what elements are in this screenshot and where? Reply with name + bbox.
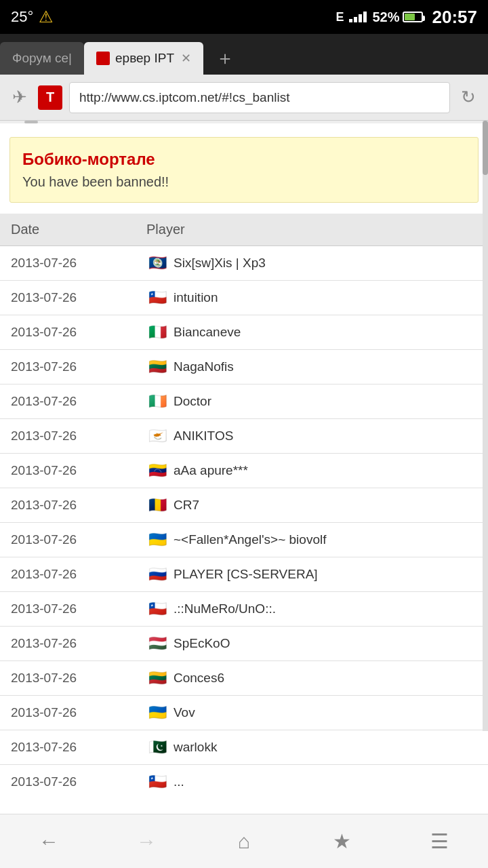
flag-icon: 🇱🇹: [146, 359, 168, 374]
cell-player: 🇺🇦~<Fallen*Angel's>~ biovolf: [136, 523, 488, 557]
cell-player: 🇮🇪Doctor: [136, 384, 488, 419]
player-cell: 🇨🇱...: [146, 774, 477, 789]
scrollbar-thumb[interactable]: [483, 121, 488, 175]
cell-player: 🇹🇩CR7: [136, 488, 488, 523]
site-favicon: T: [38, 85, 62, 110]
player-cell: 🇮🇪Doctor: [146, 394, 477, 409]
ban-notice: Бобико-мортале You have been banned!!: [9, 137, 479, 203]
table-row: 2013-07-26🇱🇹NagaNofis: [0, 350, 488, 384]
player-cell: 🇱🇹NagaNofis: [146, 359, 477, 374]
menu-button[interactable]: ☰: [405, 821, 473, 862]
ban-title: Бобико-мортале: [22, 150, 466, 169]
player-name: Biancaneve: [174, 325, 241, 340]
player-name: warlokk: [174, 740, 217, 755]
battery-percent: 52%: [372, 9, 399, 25]
tab-close-icon[interactable]: ✕: [181, 51, 191, 66]
player-cell: 🇱🇹Conces6: [146, 671, 477, 686]
player-name: .::NuMeRo/UnO::.: [174, 601, 276, 616]
tab-ipt[interactable]: ервер IPT ✕: [84, 42, 203, 75]
flag-icon: 🇨🇱: [146, 601, 168, 616]
browser-tabs-bar: Форум се| ервер IPT ✕ ＋: [0, 34, 488, 75]
table-row: 2013-07-26🇷🇺PLAYER [CS-SERVERA]: [0, 557, 488, 592]
table-row: 2013-07-26🇭🇺SpEcKoO: [0, 627, 488, 661]
cell-player: 🇷🇺PLAYER [CS-SERVERA]: [136, 557, 488, 592]
flag-icon: 🇺🇦: [146, 705, 168, 720]
cell-date: 2013-07-26: [0, 384, 136, 419]
address-bar: ✈ T ↻: [0, 75, 488, 121]
cell-date: 2013-07-26: [0, 557, 136, 592]
player-cell: 🇭🇺SpEcKoO: [146, 636, 477, 651]
col-header-date: Date: [0, 214, 136, 246]
cell-player: 🇮🇹Biancaneve: [136, 315, 488, 350]
send-button[interactable]: ✈: [8, 83, 31, 112]
tab-ipt-label: ервер IPT: [115, 51, 174, 66]
bookmark-button[interactable]: ★: [308, 821, 375, 862]
cell-player: 🇵🇰warlokk: [136, 730, 488, 765]
cell-date: 2013-07-26: [0, 661, 136, 696]
player-name: CR7: [174, 498, 199, 513]
player-cell: 🇮🇹Biancaneve: [146, 325, 477, 340]
cell-player: 🇻🇪aAa apure***: [136, 454, 488, 488]
player-name: PLAYER [CS-SERVERA]: [174, 567, 318, 582]
flag-icon: 🇮🇪: [146, 394, 168, 409]
cell-date: 2013-07-26: [0, 281, 136, 315]
table-row: 2013-07-26🇱🇹Conces6: [0, 661, 488, 696]
table-row: 2013-07-26🇨🇱...: [0, 765, 488, 800]
cell-date: 2013-07-26: [0, 246, 136, 281]
player-cell: 🇺🇦Vov: [146, 705, 477, 720]
cell-date: 2013-07-26: [0, 454, 136, 488]
cell-date: 2013-07-26: [0, 488, 136, 523]
battery-indicator: 52%: [372, 9, 422, 25]
table-row: 2013-07-26🇨🇾ANIKITOS: [0, 419, 488, 454]
tab-forum[interactable]: Форум се|: [0, 42, 84, 75]
player-name: aAa apure***: [174, 463, 248, 478]
warning-icon: ⚠: [39, 7, 54, 26]
table-body: 2013-07-26🇧🇿Six[sw]Xis | Xp32013-07-26🇨🇱…: [0, 246, 488, 800]
player-cell: 🇷🇺PLAYER [CS-SERVERA]: [146, 567, 477, 582]
new-tab-button[interactable]: ＋: [203, 42, 247, 75]
flag-icon: 🇻🇪: [146, 463, 168, 478]
table-row: 2013-07-26🇺🇦Vov: [0, 696, 488, 730]
page-content: Бобико-мортале You have been banned!! Da…: [0, 137, 488, 853]
flag-icon: 🇹🇩: [146, 498, 168, 513]
cell-date: 2013-07-26: [0, 315, 136, 350]
player-cell: 🇻🇪aAa apure***: [146, 463, 477, 478]
status-bar: 25° ⚠ E 52% 20:57: [0, 0, 488, 34]
flag-icon: 🇺🇦: [146, 532, 168, 547]
cell-player: 🇨🇱...: [136, 765, 488, 800]
table-row: 2013-07-26🇺🇦~<Fallen*Angel's>~ biovolf: [0, 523, 488, 557]
flag-icon: 🇵🇰: [146, 740, 168, 755]
cell-player: 🇭🇺SpEcKoO: [136, 627, 488, 661]
ban-table: Date Player 2013-07-26🇧🇿Six[sw]Xis | Xp3…: [0, 214, 488, 799]
back-button[interactable]: ←: [15, 821, 83, 862]
table-row: 2013-07-26🇹🇩CR7: [0, 488, 488, 523]
network-type: E: [336, 10, 344, 24]
table-row: 2013-07-26🇨🇱.::NuMeRo/UnO::.: [0, 592, 488, 627]
scrollbar-track[interactable]: [483, 121, 488, 731]
player-name: ~<Fallen*Angel's>~ biovolf: [174, 532, 326, 547]
forward-button[interactable]: →: [113, 821, 180, 862]
flag-icon: 🇨🇾: [146, 429, 168, 443]
cell-player: 🇨🇱intuition: [136, 281, 488, 315]
player-cell: 🇵🇰warlokk: [146, 740, 477, 755]
flag-icon: 🇷🇺: [146, 567, 168, 582]
table-row: 2013-07-26🇨🇱intuition: [0, 281, 488, 315]
player-cell: 🇨🇱intuition: [146, 290, 477, 305]
player-cell: 🇹🇩CR7: [146, 498, 477, 513]
bottom-nav-bar: ← → ⌂ ★ ☰: [0, 814, 488, 868]
home-button[interactable]: ⌂: [210, 821, 278, 862]
cell-player: 🇨🇾ANIKITOS: [136, 419, 488, 454]
ban-text: You have been banned!!: [22, 174, 466, 190]
reload-button[interactable]: ↻: [457, 83, 480, 112]
table-row: 2013-07-26🇻🇪aAa apure***: [0, 454, 488, 488]
clock: 20:57: [432, 7, 478, 28]
col-header-player: Player: [136, 214, 488, 246]
cell-player: 🇧🇿Six[sw]Xis | Xp3: [136, 246, 488, 281]
url-input[interactable]: [69, 82, 450, 113]
cell-date: 2013-07-26: [0, 765, 136, 800]
flag-icon: 🇱🇹: [146, 671, 168, 686]
cell-date: 2013-07-26: [0, 696, 136, 730]
flag-icon: 🇭🇺: [146, 636, 168, 651]
tab-forum-label: Форум се|: [12, 51, 72, 66]
table-header: Date Player: [0, 214, 488, 246]
